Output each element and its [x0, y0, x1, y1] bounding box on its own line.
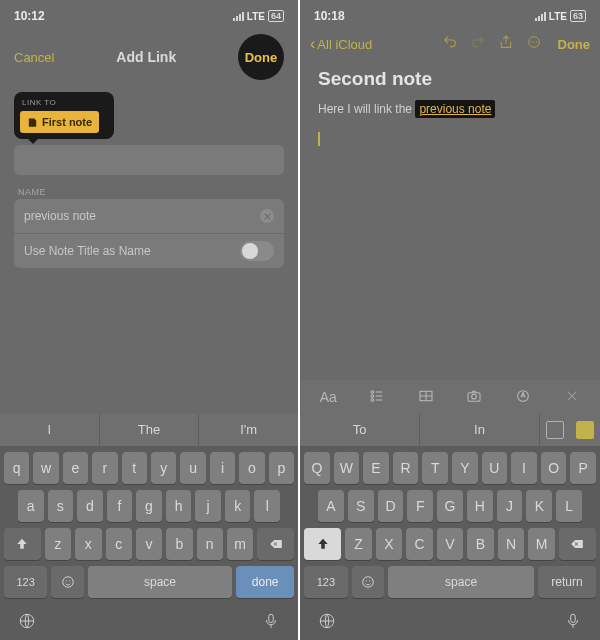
key-i[interactable]: I: [511, 452, 537, 484]
format-close-button[interactable]: [549, 389, 594, 406]
suggestion-3[interactable]: I'm: [199, 414, 298, 446]
key-h[interactable]: h: [166, 490, 192, 522]
emoji-key[interactable]: [352, 566, 385, 598]
phone-left: 10:12 LTE 64 Cancel Add Link Done LINK T…: [0, 0, 300, 640]
back-button[interactable]: ‹ All iCloud: [310, 36, 372, 52]
key-b[interactable]: b: [166, 528, 192, 560]
cancel-button[interactable]: Cancel: [14, 50, 54, 65]
done-button[interactable]: Done: [238, 34, 284, 80]
key-b[interactable]: B: [467, 528, 494, 560]
key-x[interactable]: X: [376, 528, 403, 560]
space-key[interactable]: space: [88, 566, 232, 598]
shift-key[interactable]: [4, 528, 41, 560]
key-w[interactable]: w: [33, 452, 58, 484]
share-icon: [498, 34, 514, 50]
link-to-field[interactable]: [14, 145, 284, 175]
suggestion-2[interactable]: The: [100, 414, 200, 446]
key-e[interactable]: E: [363, 452, 389, 484]
note-body[interactable]: Here I will link the previous note: [300, 100, 600, 118]
key-r[interactable]: r: [92, 452, 117, 484]
key-m[interactable]: M: [528, 528, 555, 560]
key-q[interactable]: Q: [304, 452, 330, 484]
key-z[interactable]: Z: [345, 528, 372, 560]
key-f[interactable]: F: [407, 490, 433, 522]
note-title[interactable]: Second note: [300, 64, 600, 100]
key-u[interactable]: u: [180, 452, 205, 484]
key-a[interactable]: A: [318, 490, 344, 522]
done-button[interactable]: Done: [558, 37, 591, 52]
numbers-key[interactable]: 123: [4, 566, 47, 598]
suggestion-1[interactable]: I: [0, 414, 100, 446]
return-key[interactable]: return: [538, 566, 596, 598]
format-camera-button[interactable]: [452, 388, 497, 407]
globe-key[interactable]: [18, 612, 36, 634]
format-markup-button[interactable]: [501, 388, 546, 407]
backspace-key[interactable]: [559, 528, 596, 560]
keyboard-done-key[interactable]: done: [236, 566, 294, 598]
key-j[interactable]: J: [497, 490, 523, 522]
key-a[interactable]: a: [18, 490, 44, 522]
key-i[interactable]: i: [210, 452, 235, 484]
emoji-key[interactable]: [51, 566, 84, 598]
clear-name-button[interactable]: [260, 209, 274, 223]
key-p[interactable]: p: [269, 452, 294, 484]
svg-point-9: [371, 390, 374, 393]
key-k[interactable]: k: [225, 490, 251, 522]
key-w[interactable]: W: [334, 452, 360, 484]
key-y[interactable]: Y: [452, 452, 478, 484]
key-d[interactable]: d: [77, 490, 103, 522]
suggestion-theme-2[interactable]: [570, 414, 600, 446]
key-h[interactable]: H: [467, 490, 493, 522]
format-table-button[interactable]: [403, 388, 448, 407]
key-v[interactable]: v: [136, 528, 162, 560]
format-checklist-button[interactable]: [355, 388, 400, 407]
key-u[interactable]: U: [482, 452, 508, 484]
suggestion-1[interactable]: To: [300, 414, 420, 446]
note-link[interactable]: previous note: [419, 102, 491, 116]
key-k[interactable]: K: [526, 490, 552, 522]
use-title-toggle[interactable]: [240, 241, 274, 261]
key-p[interactable]: P: [570, 452, 596, 484]
key-c[interactable]: C: [406, 528, 433, 560]
key-g[interactable]: g: [136, 490, 162, 522]
more-button[interactable]: [524, 34, 544, 54]
space-key[interactable]: space: [388, 566, 533, 598]
key-s[interactable]: s: [48, 490, 74, 522]
share-button[interactable]: [496, 34, 516, 54]
key-z[interactable]: z: [45, 528, 71, 560]
key-v[interactable]: V: [437, 528, 464, 560]
key-n[interactable]: N: [498, 528, 525, 560]
shift-key[interactable]: [304, 528, 341, 560]
suggestion-theme-1[interactable]: [540, 414, 570, 446]
key-t[interactable]: T: [422, 452, 448, 484]
key-y[interactable]: y: [151, 452, 176, 484]
key-j[interactable]: j: [195, 490, 221, 522]
dictation-key[interactable]: [262, 612, 280, 634]
redo-button[interactable]: [468, 34, 488, 54]
numbers-key[interactable]: 123: [304, 566, 348, 598]
key-c[interactable]: c: [106, 528, 132, 560]
key-n[interactable]: n: [197, 528, 223, 560]
backspace-key[interactable]: [257, 528, 294, 560]
key-g[interactable]: G: [437, 490, 463, 522]
key-o[interactable]: O: [541, 452, 567, 484]
format-text-button[interactable]: Aa: [306, 389, 351, 405]
undo-button[interactable]: [440, 34, 460, 54]
key-m[interactable]: m: [227, 528, 253, 560]
globe-key[interactable]: [318, 612, 336, 634]
key-s[interactable]: S: [348, 490, 374, 522]
key-l[interactable]: L: [556, 490, 582, 522]
key-x[interactable]: x: [75, 528, 101, 560]
key-o[interactable]: o: [239, 452, 264, 484]
key-q[interactable]: q: [4, 452, 29, 484]
link-target-chip[interactable]: First note: [20, 111, 99, 133]
key-f[interactable]: f: [107, 490, 133, 522]
suggestion-2[interactable]: In: [420, 414, 540, 446]
key-l[interactable]: l: [254, 490, 280, 522]
key-d[interactable]: D: [378, 490, 404, 522]
name-field-row[interactable]: previous note: [14, 199, 284, 233]
key-r[interactable]: R: [393, 452, 419, 484]
dictation-key[interactable]: [564, 612, 582, 634]
key-e[interactable]: e: [63, 452, 88, 484]
key-t[interactable]: t: [122, 452, 147, 484]
